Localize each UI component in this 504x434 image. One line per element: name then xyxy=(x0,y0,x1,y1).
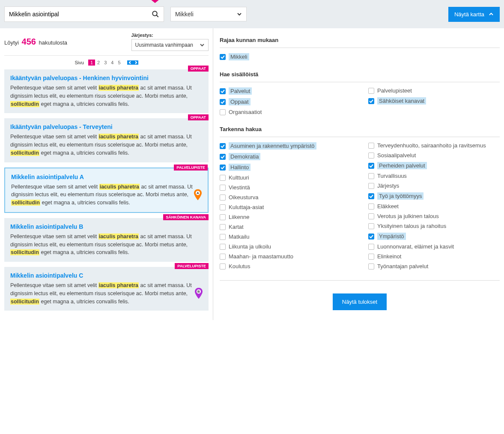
sort-select[interactable]: Uusimmasta vanhimpaan xyxy=(131,39,209,51)
card-text: Pellentesque vitae sem sit amet velit ia… xyxy=(10,281,203,305)
filter-checkbox-row[interactable]: Koulutus xyxy=(220,263,351,269)
municipality-select[interactable]: Mikkeli xyxy=(170,7,247,21)
checkbox[interactable] xyxy=(220,88,226,94)
show-map-button[interactable]: Näytä kartta xyxy=(448,7,500,22)
filter-checkbox-row[interactable]: Palvelut xyxy=(220,87,351,95)
search-box[interactable] xyxy=(4,6,164,22)
card-badge: OPPAAT xyxy=(188,66,209,72)
filter-checkbox-row[interactable]: Hallinto xyxy=(220,164,351,171)
checkbox[interactable] xyxy=(220,99,226,105)
show-results-button[interactable]: Näytä tulokset xyxy=(333,293,387,310)
checkbox[interactable] xyxy=(220,143,226,149)
filter-checkbox-row[interactable]: Järjestys xyxy=(368,183,500,189)
result-card[interactable]: PALVELUPISTEMikkelin asiointipalvelu APe… xyxy=(4,168,209,213)
filter-checkbox-row[interactable]: Viestintä xyxy=(220,184,351,191)
filter-checkbox-row[interactable]: Mikkeli xyxy=(220,53,249,60)
checkbox[interactable] xyxy=(368,263,374,269)
checkbox[interactable] xyxy=(368,254,374,260)
page-prev[interactable] xyxy=(127,60,133,65)
checkbox-label: Työ ja työttömyys xyxy=(377,192,423,200)
checkbox[interactable] xyxy=(220,185,226,191)
checkbox[interactable] xyxy=(220,175,226,181)
checkbox[interactable] xyxy=(220,244,226,250)
checkbox[interactable] xyxy=(220,234,226,240)
filter-checkbox-row[interactable]: Työnantajan palvelut xyxy=(368,263,500,269)
checkbox-label: Eläkkeet xyxy=(377,203,399,210)
checkbox-label: Järjestys xyxy=(377,183,399,189)
filter-checkbox-row[interactable]: Kartat xyxy=(220,224,351,230)
filter-checkbox-row[interactable]: Sosiaalipalvelut xyxy=(368,152,500,159)
checkbox[interactable] xyxy=(368,213,374,219)
checkbox[interactable] xyxy=(220,254,226,260)
checkbox[interactable] xyxy=(368,244,374,250)
filter-checkbox-row[interactable]: Kuluttaja-asiat xyxy=(220,204,351,210)
filter-checkbox-row[interactable]: Terveydenhuolto, sairaanhoito ja ravitse… xyxy=(368,142,500,149)
page-number[interactable]: 5 xyxy=(116,60,122,66)
filter-checkbox-row[interactable]: Liikunta ja ulkoilu xyxy=(220,243,351,250)
checkbox[interactable] xyxy=(368,233,374,239)
checkbox[interactable] xyxy=(368,204,374,210)
filter-checkbox-row[interactable]: Liikenne xyxy=(220,214,351,220)
filter-checkbox-row[interactable]: Sähköiset kanavat xyxy=(368,97,500,105)
checkbox[interactable] xyxy=(368,183,374,189)
filter-checkbox-row[interactable]: Perheiden palvelut xyxy=(368,162,500,169)
filter-checkbox-row[interactable]: Organisaatiot xyxy=(220,109,351,115)
filter-checkbox-row[interactable]: Oppaat xyxy=(220,98,351,105)
checkbox-label: Verotus ja julkinen talous xyxy=(377,213,439,219)
checkbox[interactable] xyxy=(220,204,226,210)
results-prefix: Löytyi xyxy=(4,39,19,46)
filter-checkbox-row[interactable]: Elinkeinot xyxy=(368,253,500,260)
checkbox[interactable] xyxy=(220,224,226,230)
checkbox[interactable] xyxy=(220,109,226,115)
search-input[interactable] xyxy=(9,11,152,18)
checkbox[interactable] xyxy=(220,214,226,220)
content: Löytyi 456 hakutulosta Järjestys: Uusimm… xyxy=(0,28,504,320)
page-number[interactable]: 3 xyxy=(102,60,109,66)
filter-checkbox-row[interactable]: Turvallisuus xyxy=(368,173,500,179)
map-pin-icon: A xyxy=(194,189,202,200)
filter-checkbox-row[interactable]: Luonnonvarat, eläimet ja kasvit xyxy=(368,243,500,250)
checkbox[interactable] xyxy=(368,98,374,104)
checkbox[interactable] xyxy=(368,88,374,94)
checkbox[interactable] xyxy=(220,263,226,269)
checkbox[interactable] xyxy=(368,143,374,149)
filter-checkbox-row[interactable]: Palvelupisteet xyxy=(368,87,500,94)
filter-checkbox-row[interactable]: Yksityinen talous ja rahoitus xyxy=(368,223,500,229)
checkbox[interactable] xyxy=(368,223,374,229)
filter-checkbox-row[interactable]: Eläkkeet xyxy=(368,203,500,210)
result-card[interactable]: OPPAATIkääntyvän palveluopas - Henkinen … xyxy=(4,69,209,113)
page-number[interactable]: 2 xyxy=(95,60,102,66)
checkbox[interactable] xyxy=(220,54,226,60)
filter-checkbox-row[interactable]: Oikeusturva xyxy=(220,194,351,201)
page-number[interactable]: 4 xyxy=(109,60,116,66)
checkbox[interactable] xyxy=(368,153,374,159)
checkbox[interactable] xyxy=(368,163,374,169)
result-card[interactable]: OPPAATIkääntyvän palveluopas - Terveyten… xyxy=(4,118,209,162)
checkbox-label: Liikunta ja ulkoilu xyxy=(229,243,271,250)
result-card[interactable]: SÄHKÖINEN KANAVAMikkelin asiointipalvelu… xyxy=(4,218,209,262)
checkbox[interactable] xyxy=(220,195,226,201)
filter-checkbox-row[interactable]: Maahan- ja maastamuutto xyxy=(220,253,351,260)
checkbox[interactable] xyxy=(220,165,226,171)
filter-muni-title: Rajaa kunnan mukaan xyxy=(220,37,500,48)
checkbox-label: Organisaatiot xyxy=(229,109,262,115)
filter-checkbox-row[interactable]: Työ ja työttömyys xyxy=(368,192,500,200)
page-number[interactable]: 1 xyxy=(88,60,95,66)
show-map-label: Näytä kartta xyxy=(454,11,484,18)
checkbox-label: Mikkeli xyxy=(229,53,249,60)
page-next[interactable] xyxy=(133,60,138,65)
checkbox-label: Demokratia xyxy=(229,153,260,160)
filter-checkbox-row[interactable]: Ympäristö xyxy=(368,233,500,240)
checkbox[interactable] xyxy=(368,193,374,199)
filter-refine: Tarkenna hakua Asuminen ja rakennettu ym… xyxy=(220,126,500,269)
checkbox[interactable] xyxy=(220,154,226,160)
result-card[interactable]: PALVELUPISTEMikkelin asiointipalvelu CPe… xyxy=(4,267,209,311)
search-icon[interactable] xyxy=(152,10,159,18)
checkbox-label: Palvelut xyxy=(229,87,252,95)
filter-checkbox-row[interactable]: Asuminen ja rakennettu ympäristö xyxy=(220,142,351,150)
filter-checkbox-row[interactable]: Demokratia xyxy=(220,153,351,160)
filter-checkbox-row[interactable]: Kulttuuri xyxy=(220,174,351,181)
filter-checkbox-row[interactable]: Verotus ja julkinen talous xyxy=(368,213,500,219)
checkbox[interactable] xyxy=(368,173,374,179)
filter-checkbox-row[interactable]: Matkailu xyxy=(220,233,351,240)
